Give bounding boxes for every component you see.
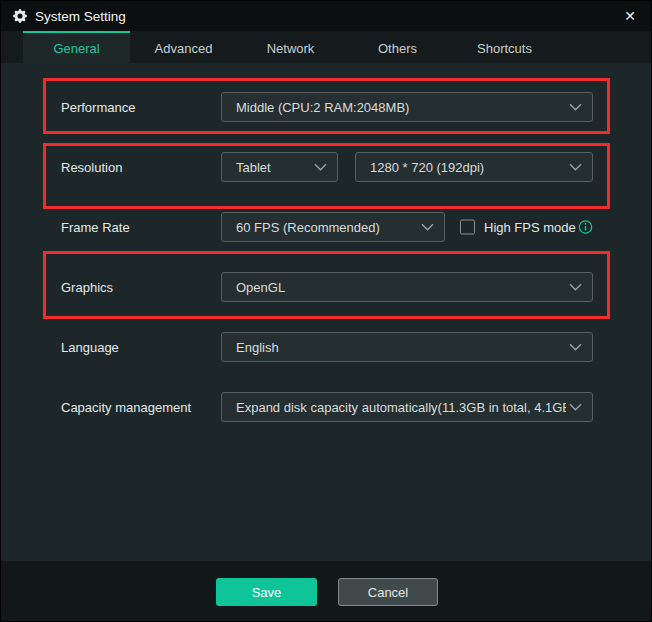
window-title: System Setting xyxy=(35,9,126,24)
frame-rate-label: Frame Rate xyxy=(61,220,130,235)
performance-dropdown[interactable]: Middle (CPU:2 RAM:2048MB) xyxy=(221,92,593,122)
info-icon[interactable] xyxy=(578,220,593,235)
capacity-label: Capacity management xyxy=(61,400,191,415)
frame-rate-value: 60 FPS (Recommended) xyxy=(222,220,442,235)
tab-shortcuts[interactable]: Shortcuts xyxy=(451,31,558,63)
system-setting-dialog: System Setting ✕ General Advanced Networ… xyxy=(0,0,652,622)
resolution-device-dropdown[interactable]: Tablet xyxy=(221,152,338,182)
capacity-dropdown[interactable]: Expand disk capacity automatically(11.3G… xyxy=(221,392,593,422)
chevron-down-icon xyxy=(569,403,582,411)
high-fps-checkbox[interactable] xyxy=(460,220,475,235)
frame-rate-dropdown[interactable]: 60 FPS (Recommended) xyxy=(221,212,445,242)
graphics-label: Graphics xyxy=(61,280,113,295)
footer-bar: Save Cancel xyxy=(1,561,652,622)
capacity-value: Expand disk capacity automatically(11.3G… xyxy=(222,400,566,415)
settings-panel: Performance Middle (CPU:2 RAM:2048MB) Re… xyxy=(1,63,652,561)
gear-icon xyxy=(13,9,27,23)
high-fps-label: High FPS mode xyxy=(484,220,576,235)
language-label: Language xyxy=(61,340,119,355)
performance-label: Performance xyxy=(61,100,135,115)
close-icon[interactable]: ✕ xyxy=(615,1,645,31)
title-bar: System Setting ✕ xyxy=(1,1,652,31)
tab-advanced[interactable]: Advanced xyxy=(130,31,237,63)
tab-others[interactable]: Others xyxy=(344,31,451,63)
save-button[interactable]: Save xyxy=(216,578,317,606)
cancel-button[interactable]: Cancel xyxy=(338,578,438,606)
tab-general[interactable]: General xyxy=(23,31,130,63)
graphics-value: OpenGL xyxy=(222,280,590,295)
graphics-dropdown[interactable]: OpenGL xyxy=(221,272,593,302)
resolution-label: Resolution xyxy=(61,160,122,175)
resolution-device-value: Tablet xyxy=(222,160,335,175)
tab-network[interactable]: Network xyxy=(237,31,344,63)
performance-value: Middle (CPU:2 RAM:2048MB) xyxy=(222,100,590,115)
resolution-size-value: 1280 * 720 (192dpi) xyxy=(356,160,590,175)
tab-bar: General Advanced Network Others Shortcut… xyxy=(1,31,652,63)
resolution-size-dropdown[interactable]: 1280 * 720 (192dpi) xyxy=(355,152,593,182)
language-dropdown[interactable]: English xyxy=(221,332,593,362)
language-value: English xyxy=(222,340,590,355)
